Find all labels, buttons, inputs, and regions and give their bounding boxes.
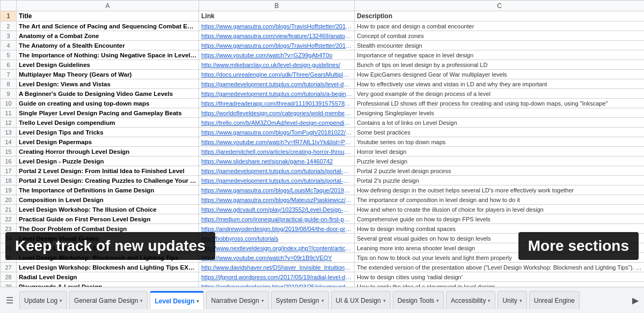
cell-title-7[interactable]: Multiplayer Map Theory (Gears of War) — [17, 70, 199, 79]
cell-title-10[interactable]: Guide on creating and using top-down map… — [17, 99, 199, 108]
tab-dropdown-arrow[interactable]: ▾ — [321, 298, 324, 303]
cell-link-3[interactable]: https://www.gamasutra.com/view/feature/1… — [199, 31, 355, 41]
cell-link-21[interactable]: https://www.gdcvault.com/play/1023552/Le… — [199, 205, 355, 214]
tab-dropdown-arrow[interactable]: ▾ — [140, 298, 143, 303]
tab-dropdown-arrow[interactable]: ▾ — [488, 298, 491, 303]
col-header-b[interactable]: B — [199, 1, 355, 11]
table-row[interactable]: 14Level Design Papermapshttps://www.yout… — [1, 137, 645, 147]
table-row[interactable]: 27Level Design Workshop: Blockmesh and L… — [1, 263, 645, 272]
table-row[interactable]: 8Level Design: Views and Vistashttps://g… — [1, 79, 645, 89]
table-row[interactable]: 18Portal 2 Level Design: Creating Puzzle… — [1, 176, 645, 185]
col-title-header[interactable]: Title — [17, 11, 199, 21]
table-row[interactable]: 7Multiplayer Map Theory (Gears of War)ht… — [1, 70, 645, 79]
cell-title-5[interactable]: The Importance of Nothing: Using Negativ… — [17, 50, 199, 60]
cell-title-12[interactable]: Trello Level Design compendium — [17, 118, 199, 128]
table-row[interactable]: 16Level Design - Puzzle Designhttps://ww… — [1, 156, 645, 166]
cell-link-22[interactable]: https://medium.com/ironequal/practical-g… — [199, 214, 355, 224]
cell-title-3[interactable]: Anatomy of a Combat Zone — [17, 31, 199, 41]
table-row[interactable]: 19The Importance of Definitions in Game … — [1, 185, 645, 195]
tab-dropdown-arrow[interactable]: ▾ — [60, 298, 62, 303]
cell-link-28[interactable]: https://jfgnord.wordpress.com/2017/05/19… — [199, 272, 355, 282]
scroll-right-indicator[interactable]: ▶ — [629, 295, 642, 305]
cell-link-18[interactable]: https://gamedevelopment.tutsplus.com/tut… — [199, 176, 355, 185]
cell-title-8[interactable]: Level Design: Views and Vistas — [17, 79, 199, 89]
cell-title-16[interactable]: Level Design - Puzzle Design — [17, 156, 199, 166]
col-desc-header[interactable]: Description — [355, 11, 645, 21]
cell-link-2[interactable]: https://www.gamasutra.com/blogs/TravisHo… — [199, 21, 355, 31]
cell-link-19[interactable]: https://www.gamasutra.com/blogs/LouisMcT… — [199, 185, 355, 195]
cell-link-24[interactable]: http://bobbyross.com/tutorials — [199, 234, 355, 243]
cell-link-13[interactable]: https://www.gamasutra.com/blogs/TomPugh/… — [199, 128, 355, 137]
table-row[interactable]: 29Playgrounds & Level Designhttps://andr… — [1, 282, 645, 287]
cell-link-10[interactable]: https://threadreaderapp.com/thread/11190… — [199, 99, 355, 108]
table-row[interactable]: 21Level Design Workshop: The Illusion of… — [1, 205, 645, 214]
cell-title-11[interactable]: Single Player Level Design Pacing and Ga… — [17, 108, 199, 118]
cell-link-14[interactable]: https://www.youtube.com/watch?v=fR7AfL1I… — [199, 137, 355, 147]
tab-general-game-design[interactable]: General Game Design ▾ — [69, 291, 148, 309]
col-header-c[interactable]: C — [355, 1, 645, 11]
table-row[interactable]: 17Portal 2 Level Design: From Initial Id… — [1, 166, 645, 176]
cell-link-9[interactable]: https://gamedevelopment.tutsplus.com/tut… — [199, 89, 355, 99]
tab-ui-&-ux-design[interactable]: UI & UX Design ▾ — [331, 291, 391, 309]
cell-link-15[interactable]: https://jaredemitchell.com/articles/crea… — [199, 147, 355, 156]
cell-link-27[interactable]: http://www.davidshaver.net/DShaver_Invis… — [199, 263, 355, 272]
table-row[interactable]: 15Creating Horror through Level Designht… — [1, 147, 645, 156]
tab-level-design[interactable]: Level Design ▾ — [150, 291, 204, 309]
cell-link-4[interactable]: https://www.gamasutra.com/blogs/TravisHo… — [199, 41, 355, 50]
cell-title-2[interactable]: The Art and Science of Pacing and Sequen… — [17, 21, 199, 31]
table-row[interactable]: 11Single Player Level Design Pacing and … — [1, 108, 645, 118]
cell-title-14[interactable]: Level Design Papermaps — [17, 137, 199, 147]
tab-design-tools[interactable]: Design Tools ▾ — [393, 291, 444, 309]
cell-link-20[interactable]: https://www.gamasutra.com/blogs/MateuszP… — [199, 195, 355, 205]
cell-title-19[interactable]: The Importance of Definitions in Game De… — [17, 185, 199, 195]
tab-unity[interactable]: Unity ▾ — [497, 291, 526, 309]
cell-title-27[interactable]: Level Design Workshop: Blockmesh and Lig… — [17, 263, 199, 272]
cell-title-15[interactable]: Creating Horror through Level Design — [17, 147, 199, 156]
cell-title-13[interactable]: Level Design Tips and Tricks — [17, 128, 199, 137]
cell-title-28[interactable]: Radial Level Design — [17, 272, 199, 282]
cell-title-4[interactable]: The Anatomy of a Stealth Encounter — [17, 41, 199, 50]
table-row[interactable]: 5The Importance of Nothing: Using Negati… — [1, 50, 645, 60]
tab-accessibility[interactable]: Accessibility ▾ — [446, 291, 495, 309]
cell-title-9[interactable]: A Beginner's Guide to Designing Video Ga… — [17, 89, 199, 99]
table-row[interactable]: 22Practical Guide on First Person Level … — [1, 214, 645, 224]
tab-dropdown-arrow[interactable]: ▾ — [383, 298, 386, 303]
col-header-a[interactable]: A — [17, 1, 199, 11]
tab-dropdown-arrow[interactable]: ▾ — [196, 299, 199, 304]
cell-link-6[interactable]: http://www.mikebarclay.co.uk/level-desig… — [199, 60, 355, 70]
tab-update-log[interactable]: Update Log ▾ — [19, 291, 67, 309]
cell-title-17[interactable]: Portal 2 Level Design: From Initial Idea… — [17, 166, 199, 176]
tab-system-design[interactable]: System Design ▾ — [271, 291, 329, 309]
cell-title-21[interactable]: Level Design Workshop: The Illusion of C… — [17, 205, 199, 214]
cell-link-16[interactable]: https://www.slideshare.net/sjsnak/game-1… — [199, 156, 355, 166]
cell-link-29[interactable]: https://andrewyoderdesign.blog/2019/03/2… — [199, 282, 355, 287]
cell-link-23[interactable]: https://andrewyoderdesign.blog/2019/08/0… — [199, 224, 355, 234]
table-row[interactable]: 10Guide on creating and using top-down m… — [1, 99, 645, 108]
cell-link-25[interactable]: http://www.nextleveldesign.org/index.php… — [199, 243, 355, 253]
table-row[interactable]: 28Radial Level Designhttps://jfgnord.wor… — [1, 272, 645, 282]
tab-unreal-engine[interactable]: Unreal Engine — [529, 291, 580, 309]
table-row[interactable]: 9A Beginner's Guide to Designing Video G… — [1, 89, 645, 99]
add-sheet-button[interactable]: ☰ — [2, 293, 17, 308]
cell-title-18[interactable]: Portal 2 Level Design: Creating Puzzles … — [17, 176, 199, 185]
cell-title-20[interactable]: Composition in Level Design — [17, 195, 199, 205]
tab-dropdown-arrow[interactable]: ▾ — [436, 298, 439, 303]
cell-title-6[interactable]: Level Design Guidelines — [17, 60, 199, 70]
cell-link-8[interactable]: https://gamedevelopment.tutsplus.com/tut… — [199, 79, 355, 89]
table-row[interactable]: 20Composition in Level Designhttps://www… — [1, 195, 645, 205]
table-row[interactable]: 3Anatomy of a Combat Zonehttps://www.gam… — [1, 31, 645, 41]
cell-link-5[interactable]: https://www.youtube.com/watch?v=GZ99gAb4… — [199, 50, 355, 60]
table-row[interactable]: 4The Anatomy of a Stealth Encounterhttps… — [1, 41, 645, 50]
cell-link-26[interactable]: https://www.youtube.com/watch?v=09r1B9cV… — [199, 253, 355, 263]
cell-link-17[interactable]: https://gamedevelopment.tutsplus.com/tut… — [199, 166, 355, 176]
cell-title-29[interactable]: Playgrounds & Level Design — [17, 282, 199, 287]
tab-dropdown-arrow[interactable]: ▾ — [261, 298, 264, 303]
table-row[interactable]: 13Level Design Tips and Trickshttps://ww… — [1, 128, 645, 137]
col-link-header[interactable]: Link — [199, 11, 355, 21]
cell-link-7[interactable]: https://docs.unrealengine.com/udk/Three/… — [199, 70, 355, 79]
cell-link-12[interactable]: https://trello.com/b/AM3ZOmAd/level-desi… — [199, 118, 355, 128]
table-row[interactable]: 12Trello Level Design compendiumhttps://… — [1, 118, 645, 128]
tab-narrative-design[interactable]: Narrative Design ▾ — [206, 291, 268, 309]
cell-link-11[interactable]: https://worldofleveldesign.com/categorie… — [199, 108, 355, 118]
tab-dropdown-arrow[interactable]: ▾ — [519, 298, 522, 303]
